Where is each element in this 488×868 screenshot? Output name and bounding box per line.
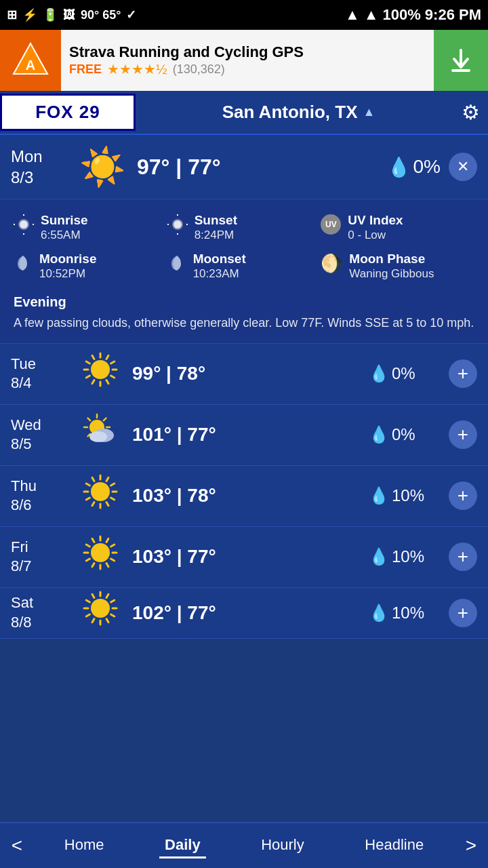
today-temperatures: 97° | 77°	[137, 155, 387, 180]
nav-home[interactable]: Home	[59, 833, 110, 859]
ad-text: Strava Running and Cycling GPS FREE ★★★★…	[61, 38, 434, 83]
forecast-date: Tue 8/4	[11, 355, 68, 393]
image-icon: 🖼	[63, 8, 75, 22]
svg-line-55	[110, 545, 114, 547]
expand-forecast-button[interactable]: +	[449, 599, 477, 627]
forecast-precipitation: 💧 10%	[369, 604, 443, 623]
moonset-icon	[167, 253, 186, 277]
sunset-text: Sunset 8:24PM	[195, 213, 237, 242]
ad-app-name: Strava Running and Cycling GPS	[69, 43, 426, 61]
nav-daily[interactable]: Daily	[159, 833, 206, 859]
svg-line-41	[106, 477, 108, 481]
svg-line-67	[106, 594, 108, 597]
svg-line-57	[110, 559, 114, 561]
uv-text: UV Index 0 - Low	[348, 213, 403, 242]
svg-text:A: A	[26, 58, 35, 73]
status-bar: ⊞ ⚡ 🔋 🖼 90° 65° ✓ ▲ ▲ 100% 9:26 PM	[0, 0, 488, 30]
close-today-button[interactable]: ✕	[449, 153, 477, 181]
status-icons-right: ▲ ▲ 100% 9:26 PM	[345, 6, 481, 24]
moonrise-label: Moonrise	[39, 252, 96, 267]
svg-line-50	[86, 484, 89, 486]
moonrise-value: 10:52PM	[39, 267, 96, 281]
forecast-temperatures: 103° | 78°	[132, 485, 369, 507]
moonset-value: 10:23AM	[193, 267, 246, 281]
ad-logo: A	[0, 30, 61, 91]
forecast-date: Sat 8/8	[11, 593, 68, 632]
nav-items: Home Daily Hourly Headline	[34, 833, 454, 859]
expand-forecast-button[interactable]: +	[449, 359, 477, 388]
svg-line-44	[110, 498, 114, 500]
forecast-row-tue: Tue 8/4 99° | 78° 💧 0% +	[0, 344, 488, 405]
sunset-item: Sunset 8:24PM	[167, 213, 321, 242]
svg-line-76	[86, 600, 89, 602]
forecast-precip-value: 10%	[392, 604, 424, 623]
today-weather-icon: ☀️	[79, 145, 126, 189]
forecast-precipitation: 💧 0%	[369, 364, 443, 383]
forecast-date: Thu 8/6	[11, 477, 68, 515]
uv-value: 0 - Low	[348, 229, 403, 242]
ad-download-button[interactable]	[434, 30, 488, 91]
uv-badge: UV	[321, 214, 341, 235]
battery-percent: 100%	[383, 6, 421, 24]
ad-price: FREE	[69, 62, 102, 77]
svg-line-27	[92, 355, 94, 359]
svg-point-65	[91, 599, 110, 618]
signal-icon: ▲	[364, 6, 379, 24]
today-high: 97°	[137, 155, 169, 179]
forecast-precip-value: 10%	[392, 547, 424, 566]
sunrise-value: 6:55AM	[41, 229, 88, 242]
water-drop-icon: 💧	[369, 486, 389, 505]
moonrise-item: Moonrise 10:52PM	[14, 252, 167, 281]
forecast-precipitation: 💧 0%	[369, 425, 443, 444]
svg-point-10	[174, 220, 182, 229]
nav-hourly[interactable]: Hourly	[256, 833, 310, 859]
moon-phase-label: Moon Phase	[349, 252, 434, 267]
ad-subtitle: FREE ★★★★½ (130,362)	[69, 61, 426, 77]
svg-line-48	[86, 498, 89, 500]
forecast-precipitation: 💧 10%	[369, 547, 443, 566]
today-low: 77°	[188, 155, 220, 179]
forecast-temperatures: 99° | 78°	[132, 363, 369, 384]
header-location[interactable]: San Antonio, TX ▲	[136, 102, 462, 123]
expand-forecast-button[interactable]: +	[449, 542, 477, 571]
svg-point-39	[91, 482, 110, 501]
water-drop-icon: 💧	[369, 547, 389, 566]
forecast-temperatures: 103° | 77°	[132, 546, 369, 568]
moon-phase-item: 🌖 Moon Phase Waning Gibbous	[321, 252, 474, 281]
forecast-temperatures: 102° | 77°	[132, 602, 369, 624]
forecast-weather-icon	[77, 590, 124, 635]
ad-reviews: (130,362)	[173, 62, 225, 77]
forecast-temperatures: 101° | 77°	[132, 424, 369, 446]
svg-line-74	[86, 614, 89, 616]
ad-banner[interactable]: A Strava Running and Cycling GPS FREE ★★…	[0, 30, 488, 91]
svg-line-21	[106, 380, 108, 383]
svg-point-15	[91, 360, 110, 379]
sunrise-text: Sunrise 6:55AM	[41, 213, 88, 242]
sunrise-label: Sunrise	[41, 213, 88, 229]
close-icon: ✕	[457, 158, 469, 176]
nav-headline[interactable]: Headline	[359, 833, 429, 859]
today-weather-row: Mon 8/3 ☀️ 97° | 77° 💧 0% ✕	[0, 135, 488, 199]
svg-line-73	[92, 619, 94, 623]
location-text: San Antonio, TX	[222, 102, 358, 123]
svg-line-63	[86, 545, 89, 547]
evening-description: A few passing clouds, otherwise generall…	[14, 314, 474, 332]
svg-line-64	[92, 538, 94, 542]
forecast-date: Wed 8/5	[11, 416, 68, 454]
forecast-precip-value: 0%	[392, 425, 415, 444]
expand-forecast-button[interactable]: +	[449, 481, 477, 510]
forecast-precip-value: 0%	[392, 364, 415, 383]
nav-next-button[interactable]: >	[454, 823, 488, 868]
svg-line-42	[110, 484, 114, 486]
forecast-row-thu: Thu 8/6 103° | 78° 💧 10% +	[0, 466, 488, 527]
sunset-value: 8:24PM	[195, 229, 237, 242]
wifi-icon: ▲	[345, 6, 360, 24]
svg-line-36	[87, 418, 90, 420]
square-plus-icon: ⊞	[7, 7, 17, 22]
time-display: 9:26 PM	[425, 6, 481, 24]
svg-line-77	[92, 594, 94, 597]
settings-button[interactable]: ⚙	[462, 100, 480, 124]
forecast-precip-value: 10%	[392, 486, 424, 505]
nav-prev-button[interactable]: <	[0, 823, 34, 868]
expand-forecast-button[interactable]: +	[449, 420, 477, 449]
